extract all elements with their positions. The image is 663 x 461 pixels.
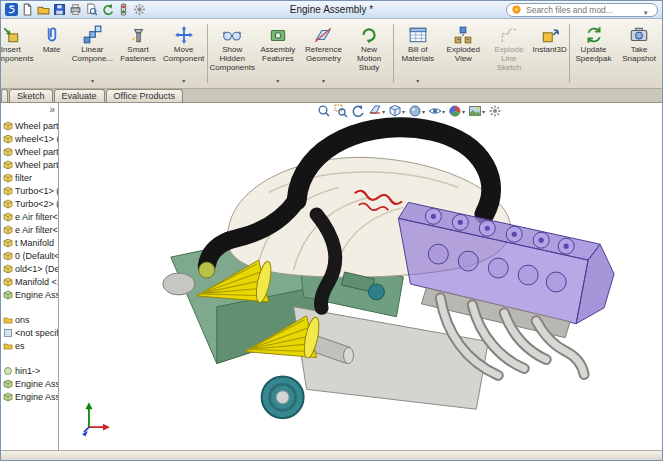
save-icon[interactable] <box>53 3 66 16</box>
undo-icon[interactable] <box>101 3 114 16</box>
tree-item-label: Turbo<1> (Defa <box>15 186 58 196</box>
dropdown-arrow-icon[interactable] <box>91 78 94 84</box>
water-pump-knob[interactable] <box>368 284 384 300</box>
tree-item[interactable]: es <box>1 339 58 352</box>
tree-item-label: old<1> (Default< <box>15 264 58 274</box>
part-icon <box>3 186 13 196</box>
tab-clipped[interactable] <box>1 89 8 102</box>
tree-item[interactable]: Turbo<1> (Defa <box>1 184 58 197</box>
graphics-viewport[interactable] <box>59 103 662 450</box>
take-snapshot-icon <box>629 25 649 45</box>
open-document-icon[interactable] <box>37 3 50 16</box>
part-icon <box>3 121 13 131</box>
zoom-to-area-icon[interactable] <box>334 104 348 118</box>
tree-item-label: e Air filter<2> <box>15 225 58 235</box>
edit-appearance-icon[interactable] <box>448 104 465 118</box>
flyout-expand-button[interactable]: » <box>49 104 55 115</box>
tree-item[interactable]: hin1-> <box>1 364 58 377</box>
title-bar: Engine Assembly * <box>1 1 662 19</box>
rebuild-icon[interactable] <box>117 3 130 16</box>
tree-item[interactable]: ons <box>1 313 58 326</box>
engine-base-block[interactable] <box>294 307 489 409</box>
solidworks-logo-icon[interactable] <box>5 3 18 16</box>
tree-item[interactable]: Wheel part1<2> <box>1 158 58 171</box>
hide-show-items-icon[interactable] <box>428 104 445 118</box>
options-icon[interactable] <box>133 3 146 16</box>
display-style-icon[interactable] <box>408 104 425 118</box>
view-toolbar <box>317 104 502 118</box>
instant3d-icon <box>540 25 560 45</box>
tab-office-products[interactable]: Office Products <box>106 89 183 102</box>
assembly-features-button[interactable]: Assembly Features <box>255 21 301 86</box>
tree-item[interactable]: Engine Assembl <box>1 288 58 301</box>
button-label: Mate <box>43 46 61 55</box>
part-icon <box>3 251 13 261</box>
instant3d-button[interactable]: Instant3D <box>532 21 568 86</box>
dropdown-arrow-icon[interactable] <box>182 78 185 84</box>
button-label: Move Component <box>163 46 204 64</box>
smart-fasteners-button[interactable]: Smart Fasteners <box>115 21 161 86</box>
exploded-view-button[interactable]: Exploded View <box>440 21 486 86</box>
new-motion-study-button[interactable]: New Motion Study <box>346 21 392 86</box>
tree-item-label: 0 (Default<<D... <box>15 251 58 261</box>
insert-components-icon <box>1 25 21 45</box>
tree-item[interactable]: old<1> (Default< <box>1 262 58 275</box>
search-input[interactable] <box>524 4 642 16</box>
dropdown-arrow-icon[interactable] <box>416 78 419 84</box>
print-preview-icon[interactable] <box>85 3 98 16</box>
tree-item[interactable]: wheel<1> (Defau <box>1 132 58 145</box>
part-icon <box>3 277 13 287</box>
tree-item-label: Wheel part1<1> <box>15 147 58 157</box>
search-dropdown-icon[interactable] <box>644 1 648 19</box>
linear-component-pattern-button[interactable]: Linear Compone... <box>70 21 116 86</box>
dropdown-arrow-icon[interactable] <box>322 78 325 84</box>
tree-item[interactable]: Turbo<2> (Defa <box>1 197 58 210</box>
bill-of-materials-button[interactable]: Bill of Materials <box>395 21 441 86</box>
reference-geometry-button[interactable]: Reference Geometry <box>301 21 347 86</box>
tree-item[interactable]: t Manifold <box>1 236 58 249</box>
tree-item[interactable]: Wheel part2<1> <box>1 119 58 132</box>
tree-item[interactable]: filter <box>1 171 58 184</box>
tree-item-label: hin1-> <box>15 366 40 376</box>
part-icon <box>3 238 13 248</box>
tree-item-label: Wheel part1<2> <box>15 160 58 170</box>
tree-item-label: t Manifold <box>15 238 54 248</box>
part-icon <box>3 147 13 157</box>
engine-model[interactable] <box>59 103 662 450</box>
tree-item[interactable]: <not specified <box>1 326 58 339</box>
search-box[interactable] <box>506 3 658 17</box>
button-label: Insert Components <box>1 46 33 64</box>
tree-item[interactable]: e Air filter<1> <box>1 210 58 223</box>
new-document-icon[interactable] <box>21 3 34 16</box>
mate-button[interactable]: Mate <box>34 21 70 86</box>
insert-components-button[interactable]: Insert Components <box>1 21 34 86</box>
section-view-icon[interactable] <box>368 104 385 118</box>
view-orientation-icon[interactable] <box>388 104 405 118</box>
tree-item-label: e Air filter<1> <box>15 212 58 222</box>
print-icon[interactable] <box>69 3 82 16</box>
part-icon <box>3 134 13 144</box>
apply-scene-icon[interactable] <box>468 104 485 118</box>
tree-item-label: Turbo<2> (Defa <box>15 199 58 209</box>
tree-item[interactable]: Engine Assembl <box>1 377 58 390</box>
origin-triad <box>82 402 110 436</box>
move-component-button[interactable]: Move Component <box>161 21 207 86</box>
take-snapshot-button[interactable]: Take Snapshot <box>616 21 662 86</box>
tab-sketch[interactable]: Sketch <box>9 89 53 102</box>
tree-item[interactable]: Wheel part1<1> <box>1 145 58 158</box>
crank-pulley[interactable] <box>262 376 304 418</box>
tree-item[interactable]: Engine Assemb <box>1 390 58 403</box>
status-bar <box>1 450 662 460</box>
tree-item[interactable]: Manifold <1> <box>1 275 58 288</box>
view-settings-icon[interactable] <box>488 104 502 118</box>
dropdown-arrow-icon[interactable] <box>276 78 279 84</box>
update-speedpak-button[interactable]: Update Speedpak <box>571 21 617 86</box>
show-hidden-components-button[interactable]: Show Hidden Components <box>209 21 255 86</box>
previous-view-icon[interactable] <box>351 104 365 118</box>
assembly-icon <box>3 379 13 389</box>
zoom-fit-icon[interactable] <box>317 104 331 118</box>
tab-evaluate[interactable]: Evaluate <box>54 89 105 102</box>
part-icon <box>3 264 13 274</box>
tree-item[interactable]: e Air filter<2> <box>1 223 58 236</box>
tree-item[interactable]: 0 (Default<<D... <box>1 249 58 262</box>
